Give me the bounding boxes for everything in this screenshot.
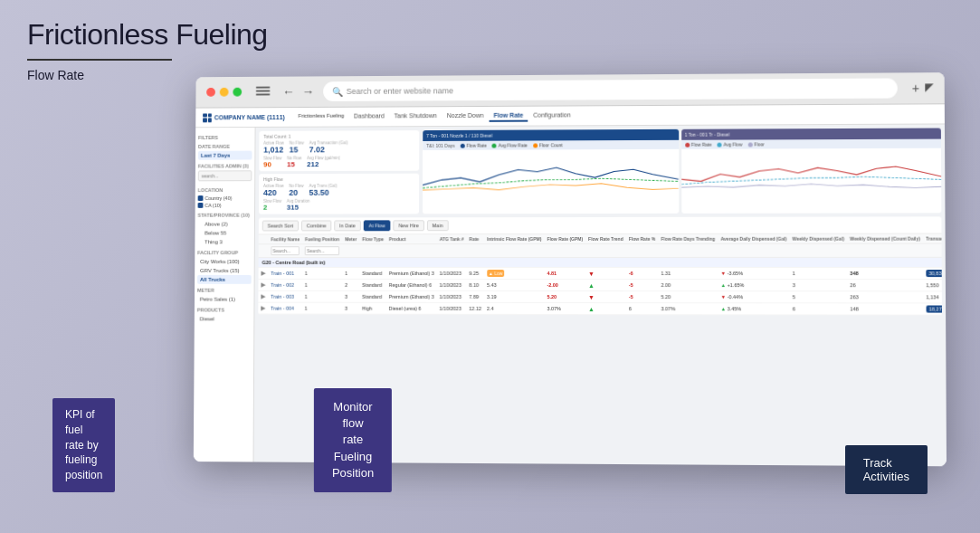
cell-pct-1: -6 [626, 267, 659, 279]
toolbar-btn-atflow[interactable]: At Flow [364, 220, 391, 231]
back-button[interactable]: ← [281, 82, 297, 100]
cell-position-1: 1 [302, 268, 342, 280]
cell-days-2: 2.00 [658, 280, 718, 291]
col-weekly[interactable]: Weekly Dispensed (Gal) [790, 234, 848, 244]
cell-facility-2[interactable]: Train - 002 [268, 279, 302, 290]
col-days[interactable]: Flow Rate Days Trending [658, 234, 718, 244]
minimize-dot[interactable] [220, 88, 229, 97]
col-avgdaily[interactable]: Average Daily Dispensed (Gal) [718, 234, 789, 244]
browser-window: ← → 🔍 Search or enter website name + ◤ [194, 72, 947, 466]
cell-position-3: 1 [302, 290, 342, 302]
cell-triangle-1: ▼ -3.65% [718, 267, 789, 279]
company-name: COMPANY NAME (1111) [214, 114, 285, 120]
cell-triangle-3: ▼ -0.44% [718, 291, 789, 303]
cell-position-2: 1 [302, 279, 342, 290]
col-atgtank[interactable]: ATG Tank # [437, 234, 467, 243]
col-meter[interactable]: Meter [342, 234, 359, 243]
cell-pct-2: -5 [626, 280, 659, 291]
cell-weeklycount-1: 30,838 [923, 267, 942, 279]
sidebar-item-below[interactable]: Below 55 [202, 228, 252, 237]
sidebar-label-products: Products [197, 308, 252, 313]
cell-intrinsic-4: 2.4 [484, 302, 544, 314]
col-rate[interactable]: Rate [467, 234, 485, 243]
tab-nozzle[interactable]: Nozzle Down [442, 110, 489, 122]
sidebar-item-ca[interactable]: CA (10) [198, 202, 252, 209]
filter-facility[interactable] [271, 246, 300, 255]
tab-dashboard[interactable]: Dashboard [349, 110, 389, 122]
windows-icon[interactable]: ◤ [925, 81, 933, 95]
row-expand-1[interactable]: ▶ [259, 268, 269, 280]
cell-atg-3: 1/10/2023 [437, 290, 467, 302]
checkbox-ca[interactable] [198, 203, 204, 208]
cell-atg-4: 1/10/2023 [437, 302, 467, 314]
cell-meter-3: 3 [342, 290, 359, 302]
sidebar-item-petrosales[interactable]: Petro Sales (1) [197, 295, 252, 304]
col-facility[interactable]: Facility Name [269, 234, 303, 243]
col-tx-count[interactable]: Transaction Count (Daily) [923, 234, 942, 244]
filter-position[interactable] [305, 246, 339, 255]
address-bar[interactable]: 🔍 Search or enter website name [323, 78, 897, 101]
cell-product-2: Regular (Ethanol) 6 [386, 279, 437, 290]
divider [27, 59, 172, 61]
col-product[interactable]: Product [386, 234, 437, 243]
toolbar-btn-combine[interactable]: Combine [301, 220, 331, 231]
sidebar-item-above[interactable]: Above (2) [202, 220, 252, 229]
sidebar-item-grvtrucks[interactable]: GRV Trucks (15) [197, 266, 252, 275]
tab-frictionless[interactable]: Frictionless Fueling [294, 111, 349, 123]
app-sidebar: Filters Date Range Last 7 Days Facilitie… [194, 128, 256, 462]
legend-avgflowrate: Avg Flow Rate [492, 142, 528, 148]
sidebar-item-lastweek[interactable]: Last 7 Days [198, 151, 252, 160]
maximize-dot[interactable] [233, 88, 242, 97]
row-expand-2[interactable]: ▶ [258, 279, 268, 290]
toolbar-btn-indate[interactable]: In Date [334, 220, 360, 231]
tab-config[interactable]: Configuration [528, 109, 575, 121]
legend-right-floor: Floor [747, 141, 765, 147]
new-tab-icon[interactable]: + [912, 81, 919, 95]
sidebar-item-alltrucks[interactable]: All Trucks [197, 275, 252, 284]
col-flowrate[interactable]: Flow Rate (GPM) [544, 234, 585, 244]
sidebar-item-cityworks[interactable]: City Works (100) [197, 257, 252, 266]
col-pct[interactable]: Flow Rate % [626, 234, 659, 244]
cell-facility-1[interactable]: Train - 001 [268, 268, 302, 280]
high-flow-card: High Flow Active Flow 420 No Flow 20 [259, 174, 419, 214]
page-background: Frictionless Fueling Flow Rate KPI of fu… [0, 0, 980, 533]
cell-avgdaily-1: 1 [790, 267, 848, 279]
sidebar-section-filters: Filters [198, 135, 252, 140]
toolbar-btn-newhire[interactable]: New Hire [393, 220, 423, 231]
cell-weeklycount-2: 1,550 [923, 280, 942, 291]
row-expand-4[interactable]: ▶ [258, 302, 268, 314]
toolbar-btn-main[interactable]: Main [427, 220, 449, 231]
table-toolbar: Search Sort Combine In Date At Flow New … [259, 216, 942, 234]
cell-product-1: Premium (Ethanol) 3 [386, 268, 437, 280]
app-logo: COMPANY NAME (1111) [203, 113, 285, 122]
sidebar-item-country[interactable]: Country (40) [198, 195, 252, 202]
sidebar-item-thing3[interactable]: Thing 3 [202, 237, 252, 246]
table-row: ▶ Train - 002 1 2 Standard Regular (Etha… [258, 279, 942, 291]
col-intrinsic[interactable]: Intrinsic Flow Rate (GPM) [484, 234, 544, 244]
forward-button[interactable]: → [300, 82, 317, 100]
cell-facility-3[interactable]: Train - 003 [268, 290, 302, 302]
tab-flowrate[interactable]: Flow Rate [489, 110, 528, 122]
kpi-slow-flow: Slow Flow 90 [263, 156, 281, 168]
cell-triangle-2: ▲ +1.65% [718, 280, 789, 291]
toolbar-btn-searchsort[interactable]: Search Sort [262, 221, 299, 232]
close-dot[interactable] [206, 88, 215, 97]
col-trend[interactable]: Flow Rate Trend [585, 234, 626, 244]
col-flowtype[interactable]: Flow Type [359, 234, 386, 243]
monitor-tooltip-text: Monitor flow rate Fueling Position [314, 388, 392, 492]
sidebar-toggle-icon[interactable] [256, 87, 271, 98]
charts-section: 7 Ton - 001 Nozzle 1 / 110 Diesel T&I: 1… [423, 128, 941, 214]
cell-facility-4[interactable]: Train - 004 [268, 302, 302, 314]
sidebar-item-diesel[interactable]: Diesel [197, 314, 252, 323]
col-weekly-count[interactable]: Weekly Dispensed (Count Daily) [847, 234, 923, 244]
sidebar-search-input[interactable] [198, 170, 252, 181]
checkbox-country[interactable] [198, 195, 204, 201]
row-expand-3[interactable]: ▶ [258, 290, 268, 302]
tab-tank[interactable]: Tank Shutdown [390, 110, 442, 122]
table-scroll[interactable]: Facility Name Fueling Position Meter Flo… [258, 234, 942, 316]
cell-product-3: Premium (Ethanol) 3 [386, 290, 437, 302]
track-activities-tooltip-text: Track Activities [845, 445, 928, 494]
app-content: COMPANY NAME (1111) Frictionless Fueling… [194, 104, 947, 466]
cell-rate-3: 7.89 [466, 290, 484, 302]
col-position[interactable]: Fueling Position [302, 234, 342, 243]
